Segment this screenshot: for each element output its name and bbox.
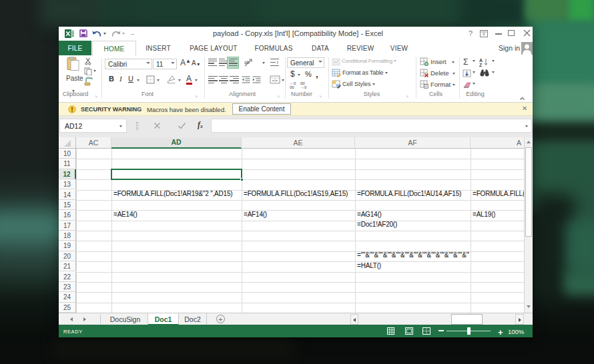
svg-text:Z: Z — [479, 63, 483, 67]
svg-text:→0: →0 — [300, 85, 307, 89]
svg-text:ab: ab — [244, 60, 250, 65]
svg-text:00: 00 — [290, 85, 294, 89]
svg-text:A: A — [479, 58, 483, 63]
